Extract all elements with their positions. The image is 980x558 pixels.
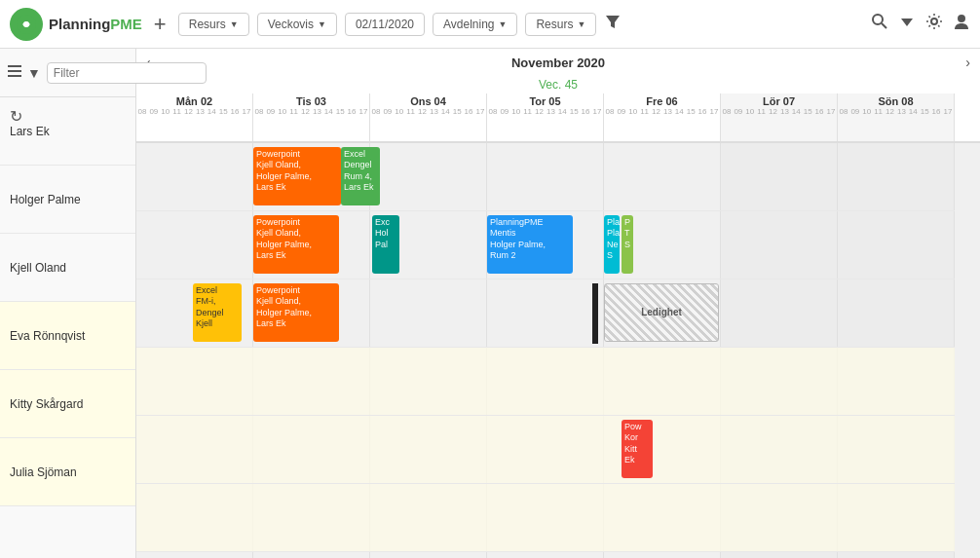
chevron-down-icon: ▼	[230, 19, 239, 29]
day-name: Ons 04	[410, 95, 446, 107]
filter-input[interactable]	[47, 62, 207, 84]
hour-label: 17	[593, 107, 602, 116]
hour-label: 11	[874, 107, 883, 116]
resource-row: Eva Rönnqvist	[0, 302, 135, 370]
calendar-week: Vec. 45	[136, 76, 980, 93]
calendar-event[interactable]: Powerpoint Kjell Oland, Holger Palme, La…	[253, 215, 339, 274]
sidebar-list-icon[interactable]	[8, 64, 21, 81]
hour-label: 10	[862, 107, 871, 116]
hour-label: 11	[523, 107, 532, 116]
resource-row: Kjell Oland	[0, 234, 135, 302]
calendar-event[interactable]: Ledighet	[604, 283, 719, 342]
app-name: PlanningPME	[49, 16, 142, 33]
user-button[interactable]	[953, 13, 970, 35]
hour-label: 11	[757, 107, 766, 116]
hour-label: 09	[149, 107, 158, 116]
hour-label: 12	[652, 107, 660, 116]
hour-label: 10	[628, 107, 637, 116]
hour-label: 08	[722, 107, 731, 116]
hour-label: 10	[511, 107, 520, 116]
calendar-event[interactable]: Pow Kor Kitt Ek	[622, 420, 653, 478]
calendar-event[interactable]: Exc Hol Pal	[372, 215, 399, 274]
svg-line-4	[882, 23, 886, 28]
hour-label: 11	[406, 107, 415, 116]
chevron-down-icon: ▼	[318, 19, 326, 29]
resurs-dropdown[interactable]: Resurs ▼	[178, 13, 249, 36]
hour-label: 11	[640, 107, 649, 116]
calendar-event[interactable]: Powerpoint Kjell Oland, Holger Palme, La…	[253, 147, 341, 205]
day-column-header: Mån 0208091011121314151617	[136, 93, 253, 141]
next-button[interactable]: ›	[965, 55, 970, 70]
hour-label: 16	[932, 107, 941, 116]
chevron-down-icon: ▼	[577, 19, 585, 29]
day-column-header: Sön 0808091011121314151617	[838, 93, 955, 141]
hour-label: 09	[383, 107, 392, 116]
svg-rect-10	[8, 75, 21, 77]
hour-label: 15	[687, 107, 696, 116]
svg-marker-2	[606, 16, 620, 28]
resource-row: Kitty Skårgard	[0, 370, 135, 438]
hour-label: 08	[371, 107, 380, 116]
resurs2-dropdown[interactable]: Resurs ▼	[525, 13, 596, 36]
app-logo: PlanningPME	[10, 8, 142, 41]
sidebar: ▼ Lars Ek Holger Palme Kjell Oland Eva R…	[0, 49, 136, 558]
svg-rect-9	[8, 70, 21, 72]
hour-label: 16	[231, 107, 240, 116]
calendar-month: November 2020	[511, 56, 605, 70]
avdelning-dropdown[interactable]: Avdelning ▼	[433, 13, 517, 36]
filter-button[interactable]	[604, 13, 622, 35]
hour-label: 13	[313, 107, 321, 116]
hour-label: 12	[769, 107, 777, 116]
hour-label: 15	[570, 107, 579, 116]
hour-label: 16	[815, 107, 824, 116]
day-column-header: Tis 0308091011121314151617	[253, 93, 370, 141]
hour-label: 11	[289, 107, 298, 116]
hour-label: 12	[418, 107, 427, 116]
logo-icon	[10, 8, 43, 41]
hour-label: 17	[243, 107, 251, 116]
calendar-event[interactable]: Pla Pla Ne S	[604, 215, 620, 274]
calendar-event[interactable]: Excel FM-i, Dengel Kjell	[193, 283, 242, 342]
hour-label: 12	[535, 107, 544, 116]
hour-label: 12	[184, 107, 193, 116]
dropdown-arrow-button[interactable]	[898, 13, 916, 35]
hour-label: 09	[734, 107, 742, 116]
calendar-area: ‹ November 2020 › Vec. 45 Mån 0208091011…	[136, 49, 980, 558]
hour-label: 13	[430, 107, 438, 116]
hour-label: 14	[324, 107, 333, 116]
hour-label: 09	[266, 107, 275, 116]
calendar-event[interactable]: Excel Dengel Rum 4, Lars Ek	[341, 147, 380, 205]
add-button[interactable]: +	[150, 12, 170, 37]
hour-label: 17	[944, 107, 953, 116]
hour-label: 14	[792, 107, 801, 116]
calendar-header: ‹ November 2020 › Vec. 45 Mån 0208091011…	[136, 49, 980, 143]
hour-label: 15	[219, 107, 228, 116]
resource-row: Julia Sjöman	[0, 438, 135, 506]
hour-label: 13	[547, 107, 555, 116]
calendar-body: Powerpoint Kjell Oland, Holger Palme, La…	[136, 143, 980, 558]
hour-label: 13	[780, 107, 789, 116]
hour-label: 10	[745, 107, 754, 116]
day-name: Mån 02	[176, 95, 212, 107]
chevron-down-icon: ▼	[499, 19, 508, 29]
calendar-nav: ‹ November 2020 ›	[136, 49, 980, 76]
calendar-event[interactable]	[592, 283, 598, 344]
day-name: Tis 03	[296, 95, 326, 107]
veckovis-dropdown[interactable]: Veckovis ▼	[257, 13, 337, 36]
hour-label: 12	[886, 107, 894, 116]
hour-label: 17	[476, 107, 485, 116]
date-picker[interactable]: 02/11/2020	[345, 13, 425, 36]
hour-label: 17	[710, 107, 719, 116]
search-button[interactable]	[871, 13, 888, 35]
settings-button[interactable]	[925, 13, 943, 35]
refresh-button[interactable]: ↻	[10, 107, 22, 126]
hour-label: 09	[617, 107, 625, 116]
calendar-event[interactable]: P T S	[622, 215, 633, 274]
calendar-event[interactable]: PlanningPME Mentis Holger Palme, Rum 2	[487, 215, 573, 274]
hour-label: 13	[196, 107, 205, 116]
sidebar-sort-icon[interactable]: ▼	[27, 65, 41, 81]
calendar-event[interactable]: Powerpoint Kjell Oland, Holger Palme, La…	[253, 283, 339, 342]
hour-label: 14	[675, 107, 684, 116]
svg-marker-5	[901, 19, 913, 26]
sidebar-toolbar: ▼	[0, 49, 135, 97]
